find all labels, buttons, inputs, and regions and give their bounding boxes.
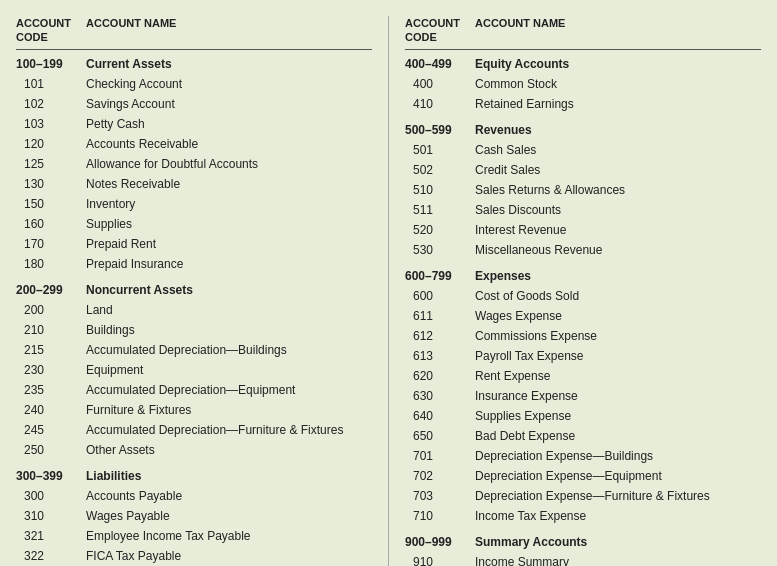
- category-row: 300–399Liabilities: [16, 466, 372, 486]
- data-row: 102Savings Account: [16, 94, 372, 114]
- data-row: 160Supplies: [16, 214, 372, 234]
- account-code: 310: [16, 507, 86, 525]
- account-code: 600–799: [405, 267, 475, 285]
- category-row: 900–999Summary Accounts: [405, 532, 761, 552]
- data-row: 520Interest Revenue: [405, 220, 761, 240]
- account-code: 502: [405, 161, 475, 179]
- data-row: 200Land: [16, 300, 372, 320]
- category-row: 400–499Equity Accounts: [405, 54, 761, 74]
- account-code: 701: [405, 447, 475, 465]
- data-row: 510Sales Returns & Allowances: [405, 180, 761, 200]
- account-code: 250: [16, 441, 86, 459]
- right-column: ACCOUNTCODE ACCOUNT NAME 400–499Equity A…: [389, 16, 761, 566]
- account-code: 611: [405, 307, 475, 325]
- account-code: 910: [405, 553, 475, 566]
- account-name: Income Tax Expense: [475, 507, 761, 525]
- account-code: 612: [405, 327, 475, 345]
- data-row: 125Allowance for Doubtful Accounts: [16, 154, 372, 174]
- account-code: 321: [16, 527, 86, 545]
- data-row: 650Bad Debt Expense: [405, 426, 761, 446]
- account-code: 520: [405, 221, 475, 239]
- account-name: Sales Discounts: [475, 201, 761, 219]
- data-row: 150Inventory: [16, 194, 372, 214]
- data-row: 600Cost of Goods Sold: [405, 286, 761, 306]
- account-code: 703: [405, 487, 475, 505]
- data-row: 630Insurance Expense: [405, 386, 761, 406]
- account-name: Wages Payable: [86, 507, 372, 525]
- account-name: Equipment: [86, 361, 372, 379]
- account-code: 900–999: [405, 533, 475, 551]
- account-code: 102: [16, 95, 86, 113]
- data-row: 400Common Stock: [405, 74, 761, 94]
- data-row: 235Accumulated Depreciation—Equipment: [16, 380, 372, 400]
- account-name: Other Assets: [86, 441, 372, 459]
- left-rows: 100–199Current Assets101Checking Account…: [16, 54, 372, 566]
- account-name: Miscellaneous Revenue: [475, 241, 761, 259]
- account-code: 500–599: [405, 121, 475, 139]
- account-code: 322: [16, 547, 86, 565]
- data-row: 245Accumulated Depreciation—Furniture & …: [16, 420, 372, 440]
- category-row: 600–799Expenses: [405, 266, 761, 286]
- account-code: 230: [16, 361, 86, 379]
- account-code: 103: [16, 115, 86, 133]
- account-name: Expenses: [475, 267, 761, 285]
- account-name: Savings Account: [86, 95, 372, 113]
- account-name: Income Summary: [475, 553, 761, 566]
- account-code: 410: [405, 95, 475, 113]
- account-code: 600: [405, 287, 475, 305]
- account-name: Insurance Expense: [475, 387, 761, 405]
- account-name: Revenues: [475, 121, 761, 139]
- account-code: 710: [405, 507, 475, 525]
- account-name: FICA Tax Payable: [86, 547, 372, 565]
- category-row: 100–199Current Assets: [16, 54, 372, 74]
- data-row: 101Checking Account: [16, 74, 372, 94]
- account-code: 160: [16, 215, 86, 233]
- left-column: ACCOUNTCODE ACCOUNT NAME 100–199Current …: [16, 16, 389, 566]
- account-name: Inventory: [86, 195, 372, 213]
- data-row: 502Credit Sales: [405, 160, 761, 180]
- data-row: 300Accounts Payable: [16, 486, 372, 506]
- account-name: Accumulated Depreciation—Furniture & Fix…: [86, 421, 372, 439]
- account-name: Allowance for Doubtful Accounts: [86, 155, 372, 173]
- account-name: Commissions Expense: [475, 327, 761, 345]
- account-code: 101: [16, 75, 86, 93]
- account-code: 130: [16, 175, 86, 193]
- account-name: Rent Expense: [475, 367, 761, 385]
- account-name: Petty Cash: [86, 115, 372, 133]
- account-code: 200: [16, 301, 86, 319]
- account-name: Common Stock: [475, 75, 761, 93]
- account-name: Retained Earnings: [475, 95, 761, 113]
- account-code: 120: [16, 135, 86, 153]
- account-name: Liabilities: [86, 467, 372, 485]
- chart-of-accounts: ACCOUNTCODE ACCOUNT NAME 100–199Current …: [16, 16, 761, 566]
- account-name: Summary Accounts: [475, 533, 761, 551]
- account-name: Prepaid Insurance: [86, 255, 372, 273]
- data-row: 240Furniture & Fixtures: [16, 400, 372, 420]
- account-name: Depreciation Expense—Furniture & Fixture…: [475, 487, 761, 505]
- data-row: 530Miscellaneous Revenue: [405, 240, 761, 260]
- data-row: 120Accounts Receivable: [16, 134, 372, 154]
- category-row: 200–299Noncurrent Assets: [16, 280, 372, 300]
- data-row: 612Commissions Expense: [405, 326, 761, 346]
- data-row: 250Other Assets: [16, 440, 372, 460]
- data-row: 702Depreciation Expense—Equipment: [405, 466, 761, 486]
- account-name: Cost of Goods Sold: [475, 287, 761, 305]
- account-name: Buildings: [86, 321, 372, 339]
- account-name: Interest Revenue: [475, 221, 761, 239]
- data-row: 310Wages Payable: [16, 506, 372, 526]
- account-name: Notes Receivable: [86, 175, 372, 193]
- account-code: 613: [405, 347, 475, 365]
- account-name: Noncurrent Assets: [86, 281, 372, 299]
- account-name: Accounts Receivable: [86, 135, 372, 153]
- data-row: 230Equipment: [16, 360, 372, 380]
- left-header: ACCOUNTCODE ACCOUNT NAME: [16, 16, 372, 50]
- account-code: 300–399: [16, 467, 86, 485]
- account-name: Equity Accounts: [475, 55, 761, 73]
- account-code: 100–199: [16, 55, 86, 73]
- account-name: Payroll Tax Expense: [475, 347, 761, 365]
- account-name: Checking Account: [86, 75, 372, 93]
- account-name: Employee Income Tax Payable: [86, 527, 372, 545]
- account-name: Current Assets: [86, 55, 372, 73]
- account-code: 510: [405, 181, 475, 199]
- account-code: 630: [405, 387, 475, 405]
